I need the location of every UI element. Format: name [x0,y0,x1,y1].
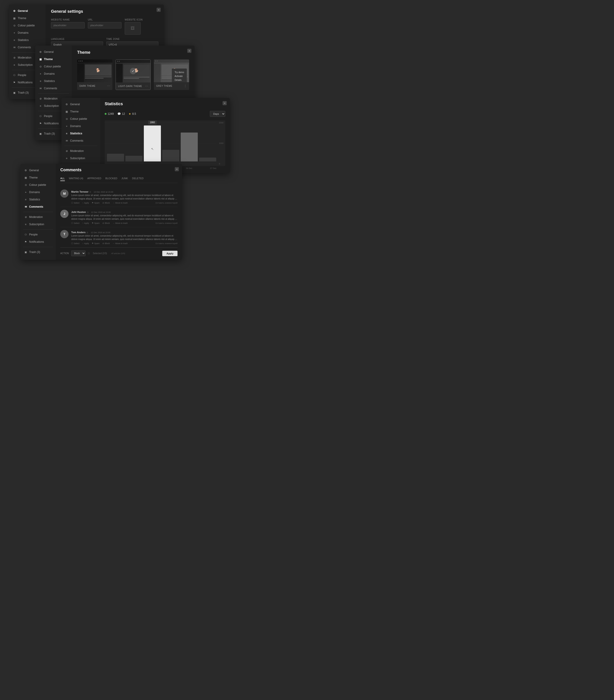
tab-all[interactable]: ALL [60,177,65,181]
tab-approved[interactable]: APPROVED [87,177,101,181]
reply-action-1[interactable]: Оставить комментарий [155,202,178,204]
comment-author-2: Joht Huston [71,211,86,213]
statistics-sidebar: ⚙ General ▦ Theme ⊙ Colour palette ⌖ Dom… [62,98,100,173]
comment-text-1: Lorem ipsum dolor sit amet, consectetur … [71,193,178,200]
sidebar-item-notifications[interactable]: ⚑ Notifications [21,238,56,246]
sidebar-item-comments[interactable]: ✉ Comments [21,203,56,210]
select-action-3[interactable]: ☐ Select [71,242,79,245]
sidebar-item-statistics[interactable]: ≡ Statistics [35,77,72,85]
sidebar-item-subscription[interactable]: ≡ Subscription [62,154,100,162]
apply-action-3[interactable]: ↑ Apply [82,242,89,245]
sidebar-item-people[interactable]: ⚇ People [21,231,56,238]
spam-action-1[interactable]: ⚑ Spam [92,202,100,204]
sidebar-item-domains[interactable]: ⌖ Domains [35,70,72,77]
try-demo-button[interactable]: Try demo [175,70,184,74]
trash-icon: ▣ [13,91,16,94]
comment-author-3: Tom Anders [71,231,86,234]
select-action-1[interactable]: ☐ Select [71,202,79,204]
activate-button[interactable]: Activate [175,74,184,78]
sidebar-item-colour-palette[interactable]: ⊙ Colour palette [21,181,56,189]
trash-action-2[interactable]: → Move to trash [113,222,128,224]
preview-sidebar-strip [77,64,84,82]
sidebar-item-colour-palette[interactable]: ⊙ Colour palette [62,115,100,123]
action-select[interactable]: Block [71,250,86,256]
comments-icon: ✉ [39,87,42,90]
preview-dot [157,61,158,62]
trash-action-3[interactable]: → Move to trash [113,242,128,245]
sidebar-item-moderation[interactable]: ⊘ Moderation [21,213,56,221]
sidebar-item-colour-palette[interactable]: ⊙ Colour palette [9,22,46,29]
sidebar-item-general[interactable]: ⚙ General [62,101,100,108]
website-icon-box[interactable]: 🖼 [125,22,141,35]
sidebar-item-domains[interactable]: ⌖ Domains [62,123,100,130]
reply-action-2[interactable]: Оставить комментарий [155,222,178,224]
theme-preview-grey: 🐕 Try demo Activate Details [154,60,189,82]
apply-action-1[interactable]: ↑ Apply [82,202,89,204]
sidebar-item-domains[interactable]: ⌖ Domains [21,189,56,196]
comment-date-icon: ⊙ [89,191,91,193]
url-input[interactable] [88,22,121,28]
spam-action-3[interactable]: ⚑ Spam [92,242,100,245]
reply-action-3[interactable]: Оставить комментарий [155,242,178,245]
block-action-3[interactable]: ⊘ Block [102,242,110,245]
tab-waiting[interactable]: WAITING (4) [69,177,83,181]
sidebar-item-theme[interactable]: ▦ Theme [9,15,46,22]
tab-junk[interactable]: JUNK [121,177,128,181]
views-badge: 1249 [105,112,114,115]
block-action-2[interactable]: ⊘ Block [102,222,110,224]
sidebar-item-statistics[interactable]: ≡ Statistics [21,196,56,203]
details-button[interactable]: Details [175,78,184,82]
sidebar-item-statistics[interactable]: ≡ Statistics [9,36,46,44]
dark-theme-menu[interactable]: ⋯ [107,84,110,88]
select-action-2[interactable]: ☐ Select [71,222,79,224]
close-button[interactable]: ✕ [156,8,161,12]
sidebar-item-comments[interactable]: ✉ Comments [62,137,100,145]
apply-action-2[interactable]: ↑ Apply [82,222,89,224]
tab-deleted[interactable]: DELETED [132,177,144,181]
notifications-icon: ⚑ [13,81,16,84]
grey-theme-menu[interactable]: ⋮ [184,84,187,88]
comment-body-2: Joht Huston ⊙ 12 Dec 2020 at 15:00 Lorem… [71,210,178,224]
website-name-input[interactable] [51,22,85,28]
comments-icon: ✉ [65,139,68,142]
notifications-icon: ⚑ [24,240,27,243]
close-button[interactable]: ✕ [222,101,227,105]
moderation-icon: ⊘ [24,215,27,218]
sidebar-item-general[interactable]: ⚙ General [21,167,56,174]
trash-action-1[interactable]: → Move to trash [113,202,128,204]
sidebar-item-colour-palette[interactable]: ⊙ Colour palette [35,63,72,70]
period-select[interactable]: Days [210,111,225,117]
preview-img-lightdark: 🐕 [124,65,150,76]
block-action-1[interactable]: ⊘ Block [102,202,110,204]
stats-icon: ≡ [65,132,68,135]
sidebar-item-general[interactable]: ⚙ General [35,48,72,55]
people-icon: ⚇ [13,74,16,77]
close-button[interactable]: ✕ [175,167,179,171]
lightdark-theme-menu[interactable]: ⋯ [145,84,148,88]
sidebar-item-theme[interactable]: ▦ Theme [21,174,56,181]
sidebar-item-domains[interactable]: ⌖ Domains [9,29,46,36]
sidebar-item-statistics[interactable]: ≡ Statistics [62,130,100,137]
spam-action-2[interactable]: ⚑ Spam [92,222,100,224]
sidebar-item-general[interactable]: ⚙ General [9,7,46,15]
apply-button[interactable]: Apply [162,251,178,256]
comments-tabs: ALL WAITING (4) APPROVED BLOCKED JUNK DE… [60,177,178,183]
panel-title: Comments [60,167,178,172]
sidebar-item-theme[interactable]: ▦ Theme [62,108,100,115]
theme-card-lightdark[interactable]: 🐕 ✓ LIGHT-DARK THEME ⋯ [116,60,151,90]
views-dot [105,113,106,115]
moderation-icon: ⊘ [65,149,68,153]
cursor-icon: ↖ [151,147,154,151]
sidebar-item-trash[interactable]: ▣ Trash (3) [21,248,56,256]
tab-blocked[interactable]: BLOCKED [105,177,117,181]
preview-main-strip: 🐕 [123,64,151,83]
theme-card-grey[interactable]: 🐕 Try demo Activate Details [154,60,189,90]
sidebar-item-comments[interactable]: ✉ Comments [35,85,72,92]
theme-card-dark[interactable]: 🐕 DARK THEME ⋯ [77,60,112,90]
preview-text-line [85,76,112,77]
close-button[interactable]: ✕ [187,49,191,53]
preview-dot [80,61,81,62]
sidebar-item-subscription[interactable]: ≡ Subscription [21,221,56,228]
sidebar-item-theme[interactable]: ▦ Theme [35,55,72,63]
sidebar-item-moderation[interactable]: ⊘ Moderation [62,147,100,154]
